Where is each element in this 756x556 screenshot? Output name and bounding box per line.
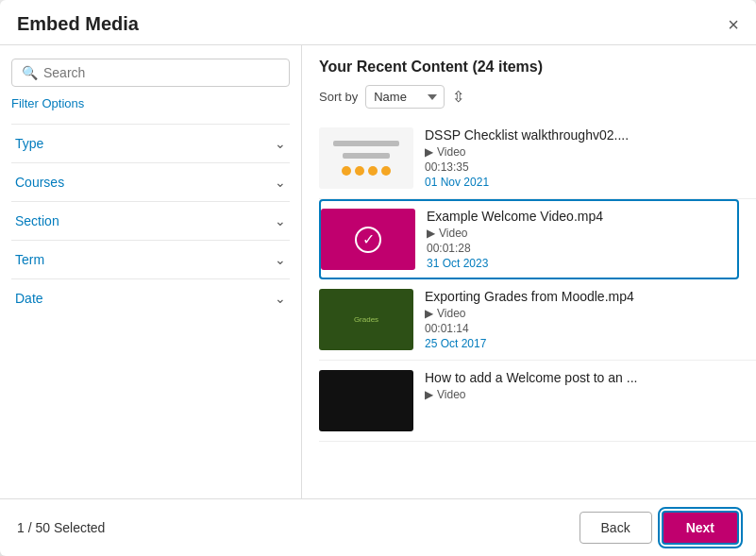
media-name: DSSP Checklist walkthroughv02.... xyxy=(425,127,739,143)
video-icon: ▶ xyxy=(425,307,433,320)
search-icon: 🔍 xyxy=(22,65,38,80)
filter-courses[interactable]: Courses ⌄ xyxy=(11,162,290,201)
media-name: Exporting Grades from Moodle.mp4 xyxy=(425,289,739,304)
right-panel-header: Your Recent Content (24 items) Sort by N… xyxy=(302,59,756,118)
search-input[interactable] xyxy=(43,65,279,80)
media-type-row: ▶ Video xyxy=(427,227,722,240)
filter-term[interactable]: Term ⌄ xyxy=(11,240,290,278)
embed-media-modal: Embed Media × 🔍 Filter Options Type ⌄ Co… xyxy=(0,0,756,556)
media-date: 01 Nov 2021 xyxy=(425,176,739,189)
filter-type[interactable]: Type ⌄ xyxy=(11,124,290,162)
sort-row: Sort by Name Date Duration ⇳ xyxy=(319,85,739,109)
media-thumbnail: Grades xyxy=(319,289,413,350)
media-name: How to add a Welcome post to an ... xyxy=(425,370,739,385)
chevron-down-icon: ⌄ xyxy=(275,252,286,267)
media-type-label: Video xyxy=(439,227,467,240)
filter-section[interactable]: Section ⌄ xyxy=(11,201,290,240)
media-type-label: Video xyxy=(437,145,465,159)
sort-order-icon[interactable]: ⇳ xyxy=(452,88,464,106)
close-button[interactable]: × xyxy=(728,15,739,34)
filter-term-label: Term xyxy=(15,252,44,267)
filter-date-label: Date xyxy=(15,291,43,306)
modal-footer: 1 / 50 Selected Back Next xyxy=(0,498,756,556)
list-item[interactable]: How to add a Welcome post to an ... ▶ Vi… xyxy=(319,361,756,442)
filter-type-label: Type xyxy=(15,136,43,151)
sort-label: Sort by xyxy=(319,90,358,104)
sort-select[interactable]: Name Date Duration xyxy=(365,85,445,109)
media-type-row: ▶ Video xyxy=(425,388,739,401)
media-type-row: ▶ Video xyxy=(425,307,739,320)
media-info: How to add a Welcome post to an ... ▶ Vi… xyxy=(425,370,739,403)
filter-section-label: Section xyxy=(15,213,59,228)
back-button[interactable]: Back xyxy=(580,512,652,544)
media-type-label: Video xyxy=(437,307,465,320)
content-list: DSSP Checklist walkthroughv02.... ▶ Vide… xyxy=(302,118,756,498)
modal-header: Embed Media × xyxy=(0,0,756,45)
left-panel: 🔍 Filter Options Type ⌄ Courses ⌄ Sectio… xyxy=(0,45,302,498)
right-panel: Your Recent Content (24 items) Sort by N… xyxy=(302,45,756,498)
media-type-row: ▶ Video xyxy=(425,145,739,159)
content-title: Your Recent Content (24 items) xyxy=(319,59,739,76)
media-duration: 00:01:28 xyxy=(427,242,722,255)
footer-buttons: Back Next xyxy=(580,511,739,545)
chevron-down-icon: ⌄ xyxy=(275,291,286,306)
chevron-down-icon: ⌄ xyxy=(275,175,286,190)
modal-body: 🔍 Filter Options Type ⌄ Courses ⌄ Sectio… xyxy=(0,45,756,498)
media-duration: 00:13:35 xyxy=(425,160,739,174)
media-date: 25 Oct 2017 xyxy=(425,337,739,350)
media-info: DSSP Checklist walkthroughv02.... ▶ Vide… xyxy=(425,127,739,189)
selected-info: 1 / 50 Selected xyxy=(17,520,105,535)
list-item[interactable]: ✓ Example Welcome Video.mp4 ▶ Video 00:0… xyxy=(319,199,739,279)
video-icon: ▶ xyxy=(425,388,433,401)
media-type-label: Video xyxy=(437,388,465,401)
filter-date[interactable]: Date ⌄ xyxy=(11,278,290,317)
filter-options-label[interactable]: Filter Options xyxy=(11,96,290,110)
list-item[interactable]: Grades Exporting Grades from Moodle.mp4 … xyxy=(319,279,756,361)
media-thumbnail xyxy=(319,370,413,431)
search-box[interactable]: 🔍 xyxy=(11,59,290,87)
media-info: Example Welcome Video.mp4 ▶ Video 00:01:… xyxy=(427,209,722,270)
list-item[interactable]: DSSP Checklist walkthroughv02.... ▶ Vide… xyxy=(319,118,756,199)
media-thumbnail: ✓ xyxy=(321,209,415,270)
thumb-text: Grades xyxy=(354,315,378,324)
next-button[interactable]: Next xyxy=(662,511,739,545)
media-name: Example Welcome Video.mp4 xyxy=(427,209,722,224)
media-duration: 00:01:14 xyxy=(425,322,739,335)
chevron-down-icon: ⌄ xyxy=(275,136,286,151)
media-info: Exporting Grades from Moodle.mp4 ▶ Video… xyxy=(425,289,739,350)
modal-title: Embed Media xyxy=(17,13,139,35)
chevron-down-icon: ⌄ xyxy=(275,213,286,228)
media-thumbnail xyxy=(319,127,413,189)
media-date: 31 Oct 2023 xyxy=(427,257,722,270)
filter-courses-label: Courses xyxy=(15,175,64,190)
video-icon: ▶ xyxy=(425,145,433,159)
selected-check-icon: ✓ xyxy=(355,227,381,253)
video-icon: ▶ xyxy=(427,227,435,240)
